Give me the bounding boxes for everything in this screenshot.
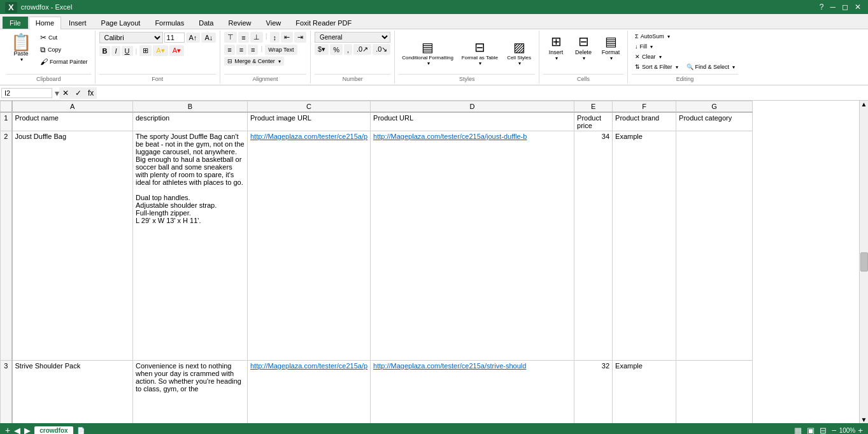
- close-icon[interactable]: ✕: [853, 3, 863, 11]
- comma-button[interactable]: ,: [344, 44, 352, 55]
- help-icon[interactable]: ?: [818, 3, 826, 11]
- format-as-table-button[interactable]: ⊟ Format as Table ▾: [459, 38, 501, 68]
- cell-F3[interactable]: Example: [613, 361, 676, 424]
- row-header-1[interactable]: 1: [1, 112, 12, 131]
- vertical-scrollbar[interactable]: ▲ ▼: [859, 101, 868, 423]
- formula-input[interactable]: [97, 89, 867, 98]
- delete-button[interactable]: ⊟ Delete ▾: [571, 32, 596, 63]
- add-sheet-button[interactable]: +: [5, 425, 10, 434]
- decimal-decrease-button[interactable]: .0↘: [373, 44, 390, 55]
- cell-C1[interactable]: Product image URL: [248, 112, 371, 131]
- font-shrink-button[interactable]: A↓: [201, 33, 216, 43]
- col-header-F[interactable]: F: [613, 101, 676, 113]
- borders-button[interactable]: ⊞: [139, 45, 152, 56]
- font-color-button[interactable]: A▾: [169, 45, 184, 56]
- col-header-A[interactable]: A: [12, 101, 133, 113]
- cell-reference-input[interactable]: [1, 88, 52, 98]
- find-select-button[interactable]: 🔍 Find & Select ▾: [683, 62, 739, 71]
- zoom-out-button[interactable]: −: [832, 426, 837, 435]
- cell-C2[interactable]: http://Mageplaza.com/tester/ce215a/p: [248, 131, 371, 361]
- bold-button[interactable]: B: [99, 46, 111, 56]
- tab-insert[interactable]: Insert: [62, 17, 94, 29]
- confirm-formula-button[interactable]: ✓: [72, 87, 85, 99]
- tab-view[interactable]: View: [259, 17, 288, 29]
- cancel-formula-button[interactable]: ✕: [59, 87, 72, 99]
- zoom-in-button[interactable]: +: [858, 426, 863, 435]
- minimize-icon[interactable]: ─: [828, 3, 837, 11]
- font-size-input[interactable]: [164, 33, 185, 43]
- tab-review[interactable]: Review: [221, 17, 258, 29]
- scroll-up-button[interactable]: ▲: [861, 101, 867, 108]
- cell-G3[interactable]: [676, 361, 753, 424]
- cell-C3[interactable]: http://Mageplaza.com/tester/ce215a/p: [248, 361, 371, 424]
- number-format-select[interactable]: General: [315, 32, 390, 43]
- text-direction-button[interactable]: ↕: [270, 32, 280, 43]
- row-header-3[interactable]: 3: [1, 361, 12, 424]
- cell-styles-button[interactable]: ▨ Cell Styles ▾: [503, 38, 535, 68]
- tab-foxit[interactable]: Foxit Reader PDF: [288, 17, 359, 29]
- cell-E2[interactable]: 34: [574, 131, 613, 361]
- merge-center-button[interactable]: ⊟ Merge & Center ▾: [224, 57, 284, 66]
- cell-A1[interactable]: Product name: [12, 112, 133, 131]
- scroll-down-button[interactable]: ▼: [861, 416, 867, 423]
- cell-E1[interactable]: Product price: [574, 112, 613, 131]
- copy-button[interactable]: ⧉ Copy: [37, 44, 91, 55]
- insert-button[interactable]: ⊞ Insert ▾: [543, 32, 569, 63]
- underline-button[interactable]: U: [122, 46, 133, 56]
- format-button[interactable]: ▤ Format ▾: [598, 32, 623, 63]
- cell-B3[interactable]: Convenience is next to nothing when your…: [133, 361, 248, 424]
- format-painter-button[interactable]: 🖌 Format Painter: [37, 56, 91, 68]
- align-right-button[interactable]: ≡: [248, 45, 258, 55]
- insert-function-button[interactable]: fx: [85, 87, 97, 99]
- align-middle-button[interactable]: ≡: [238, 32, 248, 43]
- font-family-select[interactable]: Calibri: [99, 32, 163, 43]
- clear-button[interactable]: ✕ Clear ▾: [632, 52, 665, 61]
- col-header-B[interactable]: B: [133, 101, 248, 113]
- tab-file[interactable]: File: [3, 17, 28, 29]
- decimal-increase-button[interactable]: .0↗: [353, 44, 371, 55]
- tab-data[interactable]: Data: [192, 17, 220, 29]
- col-header-C[interactable]: C: [248, 101, 371, 113]
- paste-button[interactable]: 📋 Paste ▾: [6, 32, 36, 68]
- tab-home[interactable]: Home: [29, 17, 61, 29]
- align-bottom-button[interactable]: ⊥: [250, 32, 263, 43]
- cell-A2[interactable]: Joust Duffle Bag: [12, 131, 133, 361]
- cell-G1[interactable]: Product category: [676, 112, 753, 131]
- font-grow-button[interactable]: A↑: [186, 33, 201, 43]
- wrap-text-button[interactable]: Wrap Text: [265, 45, 297, 55]
- percent-button[interactable]: %: [330, 44, 343, 55]
- cell-D3[interactable]: http://Mageplaza.com/tester/ce215a/striv…: [371, 361, 574, 424]
- accounting-format-button[interactable]: $▾: [315, 44, 329, 55]
- sheet-tab-crowdfox[interactable]: crowdfox: [34, 426, 73, 435]
- italic-button[interactable]: I: [111, 46, 120, 56]
- sort-filter-button[interactable]: ⇅ Sort & Filter ▾: [632, 62, 681, 71]
- autosum-button[interactable]: Σ AutoSum ▾: [632, 32, 673, 41]
- col-header-D[interactable]: D: [371, 101, 574, 113]
- cell-D1[interactable]: Product URL: [371, 112, 574, 131]
- tab-formulas[interactable]: Formulas: [148, 17, 191, 29]
- cell-B1[interactable]: description: [133, 112, 248, 131]
- restore-icon[interactable]: ◻: [840, 3, 850, 11]
- col-header-E[interactable]: E: [574, 101, 613, 113]
- indent-increase-button[interactable]: ⇥: [294, 32, 306, 43]
- scroll-sheets-left-button[interactable]: ◀: [14, 426, 20, 435]
- page-layout-view-button[interactable]: ▣: [807, 426, 815, 435]
- cell-A3[interactable]: Strive Shoulder Pack: [12, 361, 133, 424]
- align-top-button[interactable]: ⊤: [224, 32, 237, 43]
- cut-button[interactable]: ✂ Cut: [37, 32, 91, 43]
- grid-scroll-area[interactable]: A B C D E F G 1 Product name description…: [0, 101, 859, 423]
- tab-page-layout[interactable]: Page Layout: [94, 17, 148, 29]
- align-center-button[interactable]: ≡: [236, 45, 246, 55]
- normal-view-button[interactable]: ▦: [794, 426, 802, 435]
- cell-D2[interactable]: http://Mageplaza.com/tester/ce215a/joust…: [371, 131, 574, 361]
- corner-header[interactable]: [1, 101, 12, 113]
- cell-B2[interactable]: The sporty Joust Duffle Bag can't be bea…: [133, 131, 248, 361]
- cell-E3[interactable]: 32: [574, 361, 613, 424]
- fill-color-button[interactable]: A▾: [153, 45, 167, 56]
- fill-button[interactable]: ↓ Fill ▾: [632, 42, 656, 51]
- row-header-2[interactable]: 2: [1, 131, 12, 361]
- cell-F2[interactable]: Example: [613, 131, 676, 361]
- cell-F1[interactable]: Product brand: [613, 112, 676, 131]
- cell-G2[interactable]: [676, 131, 753, 361]
- conditional-formatting-button[interactable]: ▤ Conditional Formatting ▾: [399, 38, 456, 68]
